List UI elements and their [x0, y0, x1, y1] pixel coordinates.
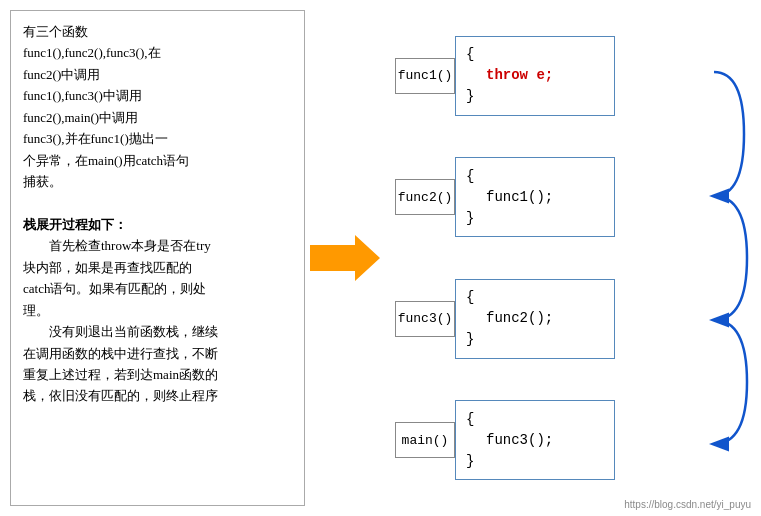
text-line6: func3(),并在func1()抛出一 — [23, 131, 168, 146]
text-line8: 捕获。 — [23, 174, 62, 189]
big-arrow-icon — [310, 233, 380, 283]
section-title: 栈展开过程如下： — [23, 217, 127, 232]
text-line5: func2(),main()中调用 — [23, 110, 138, 125]
para2-indent: 没有则退出当前函数栈，继续 — [23, 324, 218, 339]
watermark: https://blog.csdn.net/yi_puyu — [624, 499, 751, 510]
text-line1: 有三个函数 — [23, 24, 88, 39]
para1: 块内部，如果是再查找匹配的 — [23, 260, 192, 275]
para1b: catch语句。如果有匹配的，则处 — [23, 281, 206, 296]
text-line7: 个异常，在main()用catch语句 — [23, 153, 189, 168]
left-text: 有三个函数 func1(),func2(),func3(),在 func2()中… — [23, 21, 292, 407]
func3-label: func3() — [395, 301, 455, 337]
para2c: 栈，依旧没有匹配的，则终止程序 — [23, 388, 218, 403]
arrow-container — [305, 10, 385, 506]
func1-row: func1() { throw e; } — [395, 28, 751, 123]
func2-code: func1(); — [466, 187, 553, 208]
func3-row: func3() { func2(); } — [395, 271, 751, 366]
main-row: main() { func3(); } — [395, 393, 751, 488]
main-container: 有三个函数 func1(),func2(),func3(),在 func2()中… — [0, 0, 761, 516]
func2-label: func2() — [395, 179, 455, 215]
func1-code: throw e; — [466, 65, 553, 86]
left-panel: 有三个函数 func1(),func2(),func3(),在 func2()中… — [10, 10, 305, 506]
para1-indent: 首先检查throw本身是否在try — [23, 238, 211, 253]
para1c: 理。 — [23, 303, 49, 318]
main-label: main() — [395, 422, 455, 458]
func2-row: func2() { func1(); } — [395, 150, 751, 245]
func1-label: func1() — [395, 58, 455, 94]
svg-marker-0 — [310, 235, 380, 281]
right-panel: func1() { throw e; } func2() { func1(); … — [385, 10, 751, 506]
main-code: func3(); — [466, 430, 553, 451]
right-wrapper: func1() { throw e; } func2() { func1(); … — [385, 10, 751, 506]
text-line2: func1(),func2(),func3(),在 — [23, 45, 161, 60]
func3-code: func2(); — [466, 308, 553, 329]
para2: 在调用函数的栈中进行查找，不断 — [23, 346, 218, 361]
func1-box: { throw e; } — [455, 36, 615, 116]
text-line3: func2()中调用 — [23, 67, 100, 82]
para2b: 重复上述过程，若到达main函数的 — [23, 367, 218, 382]
func2-box: { func1(); } — [455, 157, 615, 237]
func3-box: { func2(); } — [455, 279, 615, 359]
text-line4: func1(),func3()中调用 — [23, 88, 142, 103]
main-box: { func3(); } — [455, 400, 615, 480]
